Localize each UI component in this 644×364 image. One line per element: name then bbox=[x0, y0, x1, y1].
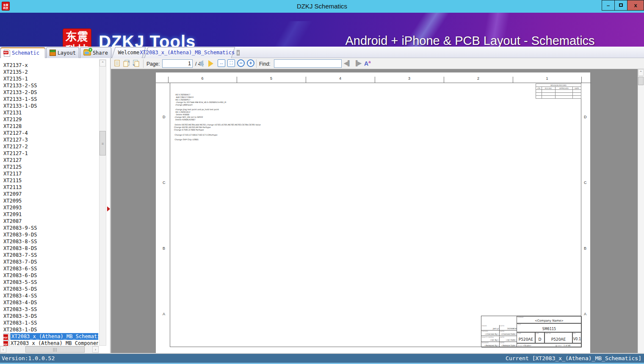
grid-col-label: 4 bbox=[339, 76, 341, 81]
doc-tab-welcome[interactable]: Welcome bbox=[113, 47, 144, 58]
find-input[interactable] bbox=[274, 59, 342, 68]
list-item[interactable]: XT2115 bbox=[3, 177, 22, 184]
prev-page-icon[interactable] bbox=[123, 59, 130, 67]
sheet-value: 1 of 46 bbox=[564, 345, 570, 347]
list-item[interactable]: XT2113 bbox=[3, 184, 22, 191]
list-item[interactable]: XT2083-5-DS bbox=[3, 286, 37, 292]
list-item[interactable]: XT2083-7-DS bbox=[3, 258, 37, 265]
prev-page-arrow-icon[interactable] bbox=[198, 60, 203, 67]
list-item[interactable]: XT2087 bbox=[3, 218, 22, 225]
list-item[interactable]: XT2131 bbox=[3, 109, 22, 116]
list-item[interactable]: XT2083-9-SS bbox=[3, 225, 37, 231]
toolbar-separator bbox=[143, 59, 144, 68]
scroll-left-icon[interactable]: ‹ bbox=[0, 346, 6, 353]
list-item[interactable]: XT2093 bbox=[3, 204, 22, 211]
grid-tick bbox=[581, 77, 582, 83]
grid-tick bbox=[513, 77, 513, 83]
list-item[interactable]: XT2128 bbox=[3, 123, 22, 130]
pads-icon bbox=[50, 50, 56, 56]
list-item[interactable]: XT2083-9-DS bbox=[3, 231, 37, 238]
list-item[interactable]: XT2127-4 bbox=[3, 130, 28, 136]
splitter-collapse-icon[interactable] bbox=[107, 206, 110, 211]
tab-schematic[interactable]: Schematic bbox=[0, 47, 45, 58]
doc-tab-active[interactable]: XT2083_x_(Athena)_MB_Schematics x bbox=[146, 47, 233, 58]
list-item[interactable]: XT2127-3 bbox=[3, 136, 28, 143]
scroll-up-icon[interactable]: ⌃ bbox=[100, 60, 106, 67]
page-number-input[interactable] bbox=[162, 59, 193, 68]
list-item[interactable]: XT2137-x bbox=[3, 62, 28, 69]
zoom-out-icon[interactable]: − bbox=[237, 59, 245, 67]
list-item[interactable]: XT2083-4-DS bbox=[3, 299, 37, 306]
list-item[interactable]: XT2127 bbox=[3, 157, 22, 164]
copy-page-icon[interactable] bbox=[113, 59, 121, 67]
sidebar-scrollbar-thumb[interactable]: ≡ bbox=[100, 131, 106, 156]
tab-layout[interactable]: Layout bbox=[46, 47, 79, 58]
grid-tick bbox=[444, 77, 444, 83]
list-item[interactable]: XT2117 bbox=[3, 170, 22, 177]
schematic-page: 654321DDCCBBAA V0.5-20200417 Add C8412 C… bbox=[155, 72, 591, 354]
match-case-icon[interactable]: Aa bbox=[364, 60, 370, 67]
maximize-button[interactable] bbox=[614, 0, 627, 11]
list-item[interactable]: XT2133-1-DS bbox=[3, 103, 37, 109]
find-next-icon[interactable]: ▐▶ bbox=[354, 60, 361, 67]
list-item[interactable]: XT2083-1-SS bbox=[3, 320, 37, 326]
brand-logo: 东震科技 bbox=[63, 28, 91, 47]
title-block-row: RELEASED<Released By>DATED<Release Date> bbox=[481, 342, 517, 347]
list-item[interactable]: XT2127-1 bbox=[3, 150, 28, 157]
minimize-button[interactable]: – bbox=[602, 0, 615, 11]
title-block-cell: RELEASED<Released By> bbox=[481, 342, 500, 347]
scroll-right-icon[interactable]: › bbox=[92, 346, 99, 353]
close-button[interactable]: x bbox=[627, 0, 644, 11]
tab-schematic-label: Schematic bbox=[12, 50, 39, 56]
grid-row-label: D bbox=[163, 115, 166, 119]
list-item[interactable]: XT2091 bbox=[3, 211, 22, 218]
list-item[interactable]: XT2083-4-SS bbox=[3, 292, 37, 299]
list-item[interactable]: XT2083-5-SS bbox=[3, 279, 37, 286]
list-item[interactable]: XT2135-1 bbox=[3, 75, 28, 82]
list-item[interactable]: XT2097 bbox=[3, 191, 22, 197]
next-page-icon[interactable] bbox=[132, 59, 140, 67]
banner-tagline: Android + iPhone & PCB Layout - Schemati… bbox=[334, 34, 605, 47]
list-item[interactable]: XT2133-2-SS bbox=[3, 82, 37, 89]
title-block-cell: DATED<Release Date> bbox=[500, 342, 517, 347]
status-bar: Version:1.0.0.52 Current [XT2083_x_(Athe… bbox=[0, 354, 644, 363]
grid-col-label: 3 bbox=[408, 76, 410, 81]
list-item[interactable]: XT2083-3-DS bbox=[3, 313, 37, 320]
list-item[interactable]: XT2133-1-SS bbox=[3, 96, 37, 103]
header-banner: 东震科技 DZKJ Tools Android + iPhone & PCB L… bbox=[0, 13, 644, 47]
title-block-cell: DATED<QC Date> bbox=[500, 336, 517, 342]
title-block-cell: DRAWNjack.yi bbox=[481, 325, 500, 331]
viewer-scrollbar-thumb[interactable] bbox=[638, 77, 644, 85]
sidebar-vertical-scrollbar[interactable]: ⌃ ≡ bbox=[99, 59, 106, 346]
rev-cell: REV V0.1 bbox=[572, 332, 582, 343]
fit-page-icon[interactable]: ⛶ bbox=[227, 59, 235, 67]
application-window: 东震科技 DZKJ Schematics – x 东震科技 DZKJ Tools… bbox=[0, 0, 644, 364]
viewer-scroll-up-icon[interactable]: ⌃ bbox=[638, 69, 644, 76]
fit-width-icon[interactable]: ↔ bbox=[218, 59, 225, 67]
next-page-arrow-icon[interactable] bbox=[208, 60, 213, 67]
list-item[interactable]: XT2083-1-DS bbox=[3, 326, 37, 333]
list-item[interactable]: XT2083-7-SS bbox=[3, 252, 37, 258]
list-item[interactable]: XT2133-2-DS bbox=[3, 89, 37, 96]
list-item[interactable]: XT2127-2 bbox=[3, 143, 28, 150]
find-previous-icon[interactable]: ◀▌ bbox=[344, 60, 351, 67]
viewer-vertical-scrollbar[interactable]: ⌃ bbox=[638, 69, 644, 354]
list-item[interactable]: XT2083-8-DS bbox=[3, 245, 37, 252]
list-item[interactable]: XT2083-6-SS bbox=[3, 265, 37, 272]
list-item-pdf[interactable]: XT2083_x_(Athena)_MB_Schematics bbox=[3, 333, 98, 340]
sidebar-horizontal-scrollbar[interactable]: ‹ ||| › bbox=[0, 346, 99, 353]
pdf-viewer[interactable]: 654321DDCCBBAA V0.5-20200417 Add C8412 C… bbox=[111, 69, 644, 354]
tab-share[interactable]: Share bbox=[80, 47, 111, 58]
title-block-row: DRAWNjack.yiDATED20200816 bbox=[481, 325, 517, 331]
list-item[interactable]: XT2083-3-SS bbox=[3, 306, 37, 313]
list-item[interactable]: XT2083-6-DS bbox=[3, 272, 37, 279]
zoom-in-icon[interactable]: + bbox=[247, 59, 254, 67]
list-item[interactable]: XT2135-2 bbox=[3, 69, 28, 75]
doc-tab-welcome-label: Welcome bbox=[118, 50, 140, 56]
list-item[interactable]: XT2095 bbox=[3, 197, 22, 204]
list-item[interactable]: XT2129 bbox=[3, 116, 22, 123]
list-item[interactable]: XT2083-8-SS bbox=[3, 238, 37, 245]
sidebar-hscrollbar-thumb[interactable]: ||| bbox=[25, 346, 85, 353]
doc-tab-close-icon[interactable]: x bbox=[237, 50, 239, 56]
list-item[interactable]: XT2125 bbox=[3, 164, 22, 170]
